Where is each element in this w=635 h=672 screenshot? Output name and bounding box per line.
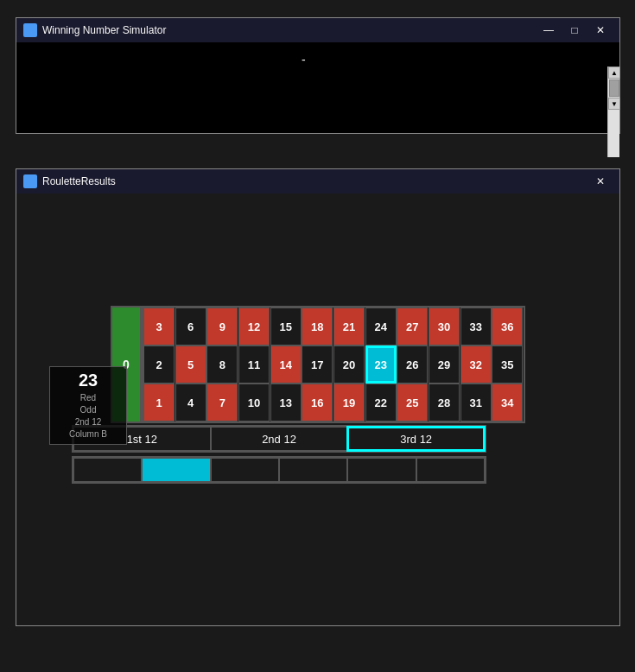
cell-14[interactable]: 14 xyxy=(270,346,302,384)
cell-9[interactable]: 9 xyxy=(206,307,238,346)
bottom-window-icon xyxy=(23,174,37,188)
cell-36[interactable]: 36 xyxy=(492,307,523,346)
cell-12[interactable]: 12 xyxy=(238,307,270,346)
scroll-down-button[interactable]: ▼ xyxy=(608,98,620,110)
cell-21[interactable]: 21 xyxy=(333,307,365,346)
number-grid: 3691215182124273033362581114172023262932… xyxy=(142,306,525,423)
cell-23[interactable]: 23 xyxy=(365,346,397,384)
cell-7[interactable]: 7 xyxy=(206,384,238,422)
cell-27[interactable]: 27 xyxy=(397,307,428,346)
cell-11[interactable]: 11 xyxy=(238,346,270,384)
cell-3[interactable]: 3 xyxy=(143,307,175,346)
result-number: 23 xyxy=(55,371,121,390)
bottom-window-controls: ✕ xyxy=(588,173,613,190)
scroll-thumb[interactable] xyxy=(609,79,619,97)
cursor-indicator: - xyxy=(302,53,306,67)
result-red: Red xyxy=(55,392,121,404)
scrollbar[interactable]: ▲ ▼ xyxy=(607,67,619,157)
cell-35[interactable]: 35 xyxy=(492,346,523,384)
minimize-button[interactable]: — xyxy=(537,22,561,39)
cell-22[interactable]: 22 xyxy=(365,384,397,422)
cell-19[interactable]: 19 xyxy=(333,384,365,422)
roulette-board: 0 36912151821242730333625811141720232629… xyxy=(111,306,525,423)
cell-15[interactable]: 15 xyxy=(270,307,302,346)
roulette-close-button[interactable]: ✕ xyxy=(588,173,613,190)
result-odd: Odd xyxy=(55,404,121,416)
cell-10[interactable]: 10 xyxy=(238,384,270,422)
bottom-section: 1st 12 2nd 12 3rd 12 xyxy=(72,425,486,484)
cell-18[interactable]: 18 xyxy=(302,307,333,346)
even-money-6[interactable] xyxy=(416,458,485,482)
roulette-wrapper: 0 36912151821242730333625811141720232629… xyxy=(25,306,611,484)
maximize-button[interactable]: □ xyxy=(562,22,587,39)
cell-17[interactable]: 17 xyxy=(302,346,333,384)
cell-6[interactable]: 6 xyxy=(175,307,206,346)
top-window-titlebar: Winning Number Simulator — □ ✕ xyxy=(16,18,619,42)
even-money-5[interactable] xyxy=(347,458,416,482)
even-money-1[interactable] xyxy=(73,458,142,482)
dozen-row: 1st 12 2nd 12 3rd 12 xyxy=(72,425,486,453)
cell-32[interactable]: 32 xyxy=(460,346,492,384)
cell-28[interactable]: 28 xyxy=(429,384,460,422)
cell-4[interactable]: 4 xyxy=(175,384,206,422)
bottom-window-title: RouletteResults xyxy=(42,175,588,187)
result-dozen: 2nd 12 xyxy=(55,416,121,428)
cell-31[interactable]: 31 xyxy=(460,384,492,422)
cell-20[interactable]: 20 xyxy=(333,346,365,384)
top-window-title: Winning Number Simulator xyxy=(42,24,537,36)
cell-16[interactable]: 16 xyxy=(302,384,333,422)
even-money-4[interactable] xyxy=(279,458,347,482)
cell-30[interactable]: 30 xyxy=(429,307,460,346)
dozen-2nd[interactable]: 2nd 12 xyxy=(211,427,348,451)
cell-5[interactable]: 5 xyxy=(175,346,206,384)
roulette-results-window: RouletteResults ✕ 0 36912151821242730333… xyxy=(16,168,620,626)
even-money-2[interactable] xyxy=(142,458,210,482)
cell-1[interactable]: 1 xyxy=(143,384,175,422)
result-box: 23 Red Odd 2nd 12 Column B xyxy=(49,366,127,445)
top-window-controls: — □ ✕ xyxy=(537,22,613,39)
bottom-window-titlebar: RouletteResults ✕ xyxy=(16,169,619,193)
roulette-content: 0 36912151821242730333625811141720232629… xyxy=(16,193,619,625)
top-window-icon xyxy=(23,23,37,37)
cell-25[interactable]: 25 xyxy=(397,384,428,422)
cell-33[interactable]: 33 xyxy=(460,307,492,346)
close-button[interactable]: ✕ xyxy=(588,22,613,39)
cell-2[interactable]: 2 xyxy=(143,346,175,384)
result-column: Column B xyxy=(55,428,121,441)
even-money-row xyxy=(72,456,486,484)
dozen-3rd[interactable]: 3rd 12 xyxy=(347,427,485,451)
even-money-3[interactable] xyxy=(211,458,279,482)
winning-number-simulator-window: Winning Number Simulator — □ ✕ - ▲ ▼ xyxy=(16,17,620,134)
cell-13[interactable]: 13 xyxy=(270,384,302,422)
scroll-up-button[interactable]: ▲ xyxy=(608,67,620,79)
cell-29[interactable]: 29 xyxy=(429,346,460,384)
cell-26[interactable]: 26 xyxy=(397,346,428,384)
cell-8[interactable]: 8 xyxy=(206,346,238,384)
cell-24[interactable]: 24 xyxy=(365,307,397,346)
top-window-content: - ▲ ▼ xyxy=(16,42,619,133)
cell-34[interactable]: 34 xyxy=(492,384,523,422)
